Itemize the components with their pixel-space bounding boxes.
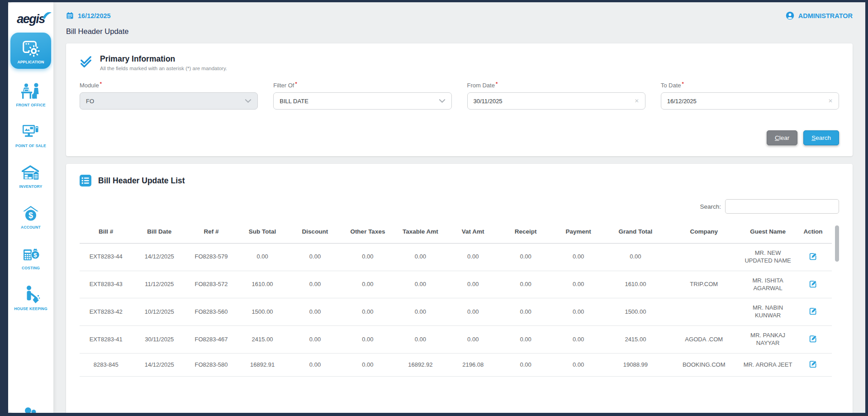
filter-of-select[interactable]: BILL DATE	[273, 92, 451, 110]
page-title: Bill Header Update	[66, 27, 853, 36]
table-row: 8283-84514/12/2025FO8283-58016892.910.00…	[80, 354, 832, 377]
sidebar-item-account[interactable]: $ ACCOUNT	[8, 196, 53, 236]
table-search-input[interactable]	[725, 199, 839, 214]
table-search-label: Search:	[700, 203, 721, 210]
table-cell: 1610.00	[605, 271, 666, 298]
column-header[interactable]: Other Taxes	[342, 225, 394, 243]
from-date-value: 30/11/2025	[474, 98, 503, 105]
date-text: 16/12/2025	[78, 12, 111, 19]
bill-list-card: Bill Header Update List Search: Bill #Bi…	[66, 164, 853, 413]
table-cell: 8283-845	[80, 354, 132, 377]
action-cell	[794, 326, 832, 354]
search-button[interactable]: Search	[803, 130, 839, 145]
svg-text:$: $	[33, 252, 37, 258]
table-cell: 0.00	[342, 243, 394, 271]
table-cell: 0.00	[289, 243, 341, 271]
sidebar-item-label: ACCOUNT	[21, 225, 41, 230]
table-cell: FO8283-467	[186, 326, 236, 354]
table-cell: 30/11/2025	[132, 326, 186, 354]
edit-row-button[interactable]	[808, 359, 818, 370]
table-cell: FO8283-579	[186, 243, 236, 271]
table-cell: 0.00	[552, 298, 604, 326]
logo-text: aegis	[17, 12, 45, 26]
table-cell: 0.00	[342, 326, 394, 354]
edit-row-button[interactable]	[808, 334, 818, 345]
table-cell: 0.00	[447, 243, 499, 271]
primary-information-title: Primary Information	[100, 54, 227, 64]
sidebar-item-house-keeping[interactable]: HOUSE KEEPING	[8, 277, 53, 318]
column-header[interactable]: Discount	[289, 225, 341, 243]
table-cell	[666, 298, 741, 326]
edit-row-button[interactable]	[808, 306, 818, 317]
column-header[interactable]: Vat Amt	[447, 225, 499, 243]
module-select[interactable]: FO	[80, 92, 258, 110]
action-cell	[794, 354, 832, 377]
sidebar-item-application[interactable]: APPLICATION	[10, 33, 51, 69]
sidebar: aegis	[8, 2, 53, 413]
user-name: ADMINISTRATOR	[798, 12, 853, 19]
to-date-label: To Date	[661, 82, 681, 89]
table-cell: 0.00	[605, 243, 666, 271]
user-menu[interactable]: ADMINISTRATOR	[786, 11, 853, 20]
column-header[interactable]: Receipt	[499, 225, 552, 243]
sidebar-item-label: COSTING	[22, 266, 40, 270]
sidebar-item-costing[interactable]: $ COSTING	[8, 236, 53, 277]
table-row: EXT8283-4414/12/2025FO8283-5790.000.000.…	[80, 243, 832, 271]
column-header[interactable]: Bill #	[80, 225, 132, 243]
action-cell	[794, 271, 832, 298]
column-header[interactable]: Ref #	[186, 225, 236, 243]
current-date: 16/12/2025	[66, 12, 111, 19]
edit-row-button[interactable]	[808, 252, 818, 263]
sidebar-item-front-office[interactable]: FRONT OFFICE	[8, 73, 53, 114]
table-cell: MR. ISHITA AGARWAL	[741, 271, 794, 298]
primary-information-card: Primary Information All the fields marke…	[66, 43, 853, 156]
required-asterisk: *	[496, 81, 498, 86]
table-cell: 0.00	[499, 271, 552, 298]
column-header[interactable]: Guest Name	[741, 225, 794, 243]
inventory-icon	[21, 162, 41, 183]
module-value: FO	[86, 98, 94, 105]
aegis-logo[interactable]: aegis	[17, 13, 45, 25]
column-header[interactable]: Taxable Amt	[394, 225, 446, 243]
scrollbar-thumb[interactable]	[835, 225, 839, 262]
table-cell: 0.00	[447, 326, 499, 354]
table-cell: FO8283-560	[186, 298, 236, 326]
module-label: Module	[80, 82, 99, 89]
column-header[interactable]: Action	[794, 225, 832, 243]
required-asterisk: *	[100, 81, 102, 86]
from-date-input[interactable]: 30/11/2025 ✕	[467, 92, 645, 110]
svg-text:$: $	[28, 211, 33, 220]
table-cell: FO8283-580	[186, 354, 236, 377]
house-keeping-icon	[21, 284, 40, 305]
front-office-icon	[20, 81, 41, 101]
column-header[interactable]: Bill Date	[132, 225, 186, 243]
chevron-down-icon	[439, 99, 446, 103]
table-cell: 19088.99	[605, 354, 666, 377]
column-header[interactable]: Company	[666, 225, 741, 243]
sidebar-item-partial[interactable]	[21, 405, 41, 413]
clear-date-icon[interactable]: ✕	[828, 98, 833, 104]
column-header[interactable]: Grand Total	[605, 225, 666, 243]
clear-button[interactable]: Clear	[767, 130, 797, 145]
sidebar-item-point-of-sale[interactable]: POINT OF SALE	[8, 114, 53, 155]
to-date-input[interactable]: 16/12/2025 ✕	[661, 92, 839, 110]
edit-row-button[interactable]	[808, 279, 818, 290]
sidebar-item-inventory[interactable]: INVENTORY	[8, 155, 53, 196]
clear-date-icon[interactable]: ✕	[635, 98, 639, 104]
table-cell: 10/12/2025	[132, 298, 186, 326]
table-cell	[666, 243, 741, 271]
bill-list-title: Bill Header Update List	[98, 176, 185, 186]
column-header[interactable]: Sub Total	[236, 225, 289, 243]
sidebar-item-label: FRONT OFFICE	[16, 103, 45, 107]
table-cell: TRIP.COM	[666, 271, 741, 298]
mandatory-note: All the fields marked with an asterisk (…	[100, 66, 227, 71]
table-cell: 0.00	[394, 298, 446, 326]
main-content: 16/12/2025 ADMINISTRATOR Bill Header Upd…	[53, 2, 865, 413]
table-row: EXT8283-4210/12/2025FO8283-5601500.000.0…	[80, 298, 832, 326]
column-header[interactable]: Payment	[552, 225, 604, 243]
table-cell: EXT8283-44	[80, 243, 132, 271]
table-cell: 1500.00	[605, 298, 666, 326]
table-cell: 14/12/2025	[132, 243, 186, 271]
table-cell: 0.00	[552, 243, 604, 271]
table-cell: AGODA .COM	[666, 326, 741, 354]
